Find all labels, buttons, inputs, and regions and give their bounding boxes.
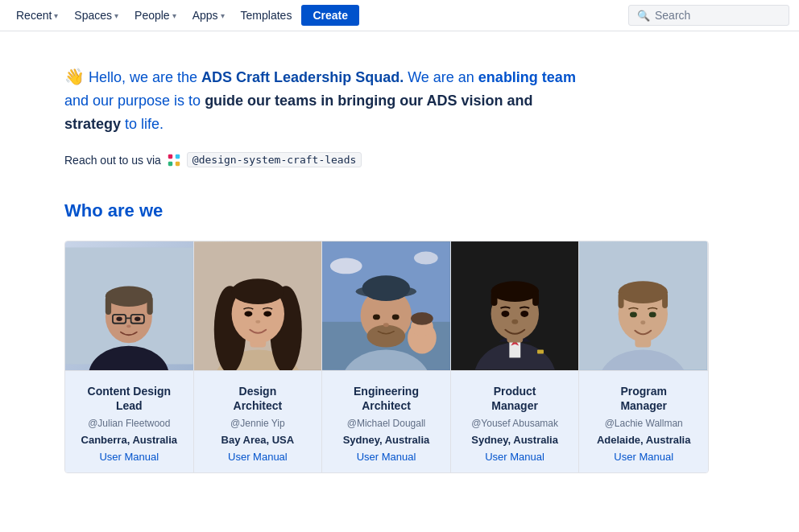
svg-point-64 (641, 320, 646, 324)
hero-purpose-part1: and our purpose is to (64, 93, 205, 109)
svg-rect-0 (168, 154, 172, 158)
team-manual-link-3[interactable]: User Manual (357, 451, 416, 463)
people-chevron-icon: ▾ (172, 11, 176, 20)
team-handle-5: @Lachie Wallman (605, 418, 683, 429)
svg-point-30 (414, 251, 438, 264)
team-location-3: Sydney, Australia (343, 434, 430, 446)
team-info-cell-4: ProductManager @Yousef Abusamak Sydney, … (451, 370, 580, 472)
team-location-1: Canberra, Australia (81, 434, 177, 446)
svg-point-51 (501, 311, 509, 317)
people-label: People (135, 9, 170, 22)
svg-point-35 (362, 275, 410, 301)
team-manual-link-5[interactable]: User Manual (614, 451, 673, 463)
svg-point-23 (231, 278, 284, 304)
team-location-5: Adelaide, Australia (597, 434, 691, 446)
svg-rect-54 (537, 349, 544, 353)
reach-out-label: Reach out to us via (64, 154, 161, 167)
team-role-5: ProgramManager (620, 384, 667, 413)
svg-point-48 (491, 281, 538, 302)
templates-nav-item[interactable]: Templates (234, 6, 299, 25)
people-nav-item[interactable]: People ▾ (128, 6, 183, 25)
hero-to-life: to life. (121, 116, 164, 132)
svg-rect-49 (491, 291, 497, 306)
slack-mention[interactable]: @design-system-craft-leads (187, 152, 362, 167)
team-manual-link-2[interactable]: User Manual (228, 451, 288, 463)
team-role-3: EngineeringArchitect (354, 384, 419, 413)
svg-rect-61 (662, 292, 668, 308)
svg-point-29 (330, 258, 362, 274)
svg-rect-60 (619, 292, 624, 308)
recent-label: Recent (16, 9, 52, 22)
team-photo-cell-1 (65, 241, 194, 370)
svg-rect-9 (106, 296, 111, 315)
recent-chevron-icon: ▾ (54, 11, 58, 20)
search-icon: 🔍 (637, 10, 650, 22)
team-role-2: DesignArchitect (234, 384, 283, 413)
svg-rect-3 (176, 161, 180, 165)
team-info-cell-2: DesignArchitect @Jennie Yip Bay Area, US… (194, 370, 323, 472)
main-content: 👋 Hello, we are the ADS Craft Leadership… (0, 31, 773, 505)
spaces-nav-item[interactable]: Spaces ▾ (68, 6, 125, 25)
apps-label: Apps (193, 9, 218, 22)
team-photo-cell-3 (322, 241, 451, 370)
create-button[interactable]: Create (301, 5, 359, 26)
svg-rect-10 (147, 296, 153, 315)
svg-rect-2 (168, 161, 172, 165)
svg-rect-1 (176, 154, 180, 158)
svg-point-63 (649, 311, 656, 317)
svg-point-42 (411, 312, 433, 325)
svg-point-36 (367, 324, 406, 347)
team-handle-4: @Yousef Abusamak (471, 418, 558, 429)
hero-enabling: enabling team (478, 69, 576, 85)
hero-purpose-part2: guide our teams in bringing our ADS visi… (205, 93, 532, 109)
svg-point-39 (383, 323, 389, 327)
recent-nav-item[interactable]: Recent ▾ (10, 6, 64, 25)
wave-emoji: 👋 (64, 68, 85, 85)
team-photo-cell-4 (451, 241, 580, 370)
team-handle-2: @Jennie Yip (230, 418, 285, 429)
hero-section: 👋 Hello, we are the ADS Craft Leadership… (64, 64, 709, 136)
team-photo-cell-5 (579, 241, 708, 370)
team-grid: Content DesignLead @Julian Fleetwood Can… (64, 241, 709, 473)
templates-label: Templates (241, 9, 292, 22)
spaces-label: Spaces (74, 9, 112, 22)
team-location-4: Sydney, Australia (471, 434, 558, 446)
team-role-4: ProductManager (491, 384, 538, 413)
svg-rect-50 (532, 291, 539, 306)
spaces-chevron-icon: ▾ (114, 11, 118, 20)
team-location-2: Bay Area, USA (221, 434, 295, 446)
reach-out-section: Reach out to us via @design-system-craft… (64, 152, 709, 168)
svg-point-14 (116, 316, 122, 320)
search-box[interactable]: 🔍 Search (628, 5, 789, 26)
svg-point-15 (135, 316, 140, 320)
team-handle-1: @Julian Fleetwood (88, 418, 170, 429)
hero-hello: Hello, we are the (89, 69, 201, 85)
team-info-cell-1: Content DesignLead @Julian Fleetwood Can… (65, 370, 194, 472)
team-photo-cell-2 (194, 241, 323, 370)
svg-point-8 (106, 286, 152, 306)
svg-point-52 (520, 311, 528, 317)
svg-point-62 (630, 311, 637, 317)
navbar: Recent ▾ Spaces ▾ People ▾ Apps ▾ Templa… (0, 0, 799, 31)
svg-point-16 (126, 324, 130, 328)
search-input-placeholder: Search (655, 9, 690, 22)
team-info-cell-5: ProgramManager @Lachie Wallman Adelaide,… (579, 370, 708, 472)
team-handle-3: @Michael Dougall (347, 418, 426, 429)
who-are-we-title: Who are we (64, 200, 709, 221)
hero-strategy: strategy (64, 116, 121, 132)
apps-chevron-icon: ▾ (221, 11, 225, 20)
svg-point-37 (373, 314, 380, 320)
hero-squad-name: ADS Craft Leadership Squad. (201, 69, 404, 85)
svg-point-25 (263, 311, 271, 316)
svg-point-26 (255, 320, 260, 323)
team-role-1: Content DesignLead (88, 384, 171, 413)
team-manual-link-1[interactable]: User Manual (99, 451, 159, 463)
team-info-cell-3: EngineeringArchitect @Michael Dougall Sy… (322, 370, 451, 472)
svg-point-59 (619, 281, 668, 303)
svg-point-38 (392, 314, 400, 320)
team-manual-link-4[interactable]: User Manual (485, 451, 544, 463)
apps-nav-item[interactable]: Apps ▾ (186, 6, 231, 25)
svg-point-24 (244, 311, 252, 316)
hero-we-are: We are an (404, 69, 478, 85)
slack-icon (166, 152, 182, 168)
